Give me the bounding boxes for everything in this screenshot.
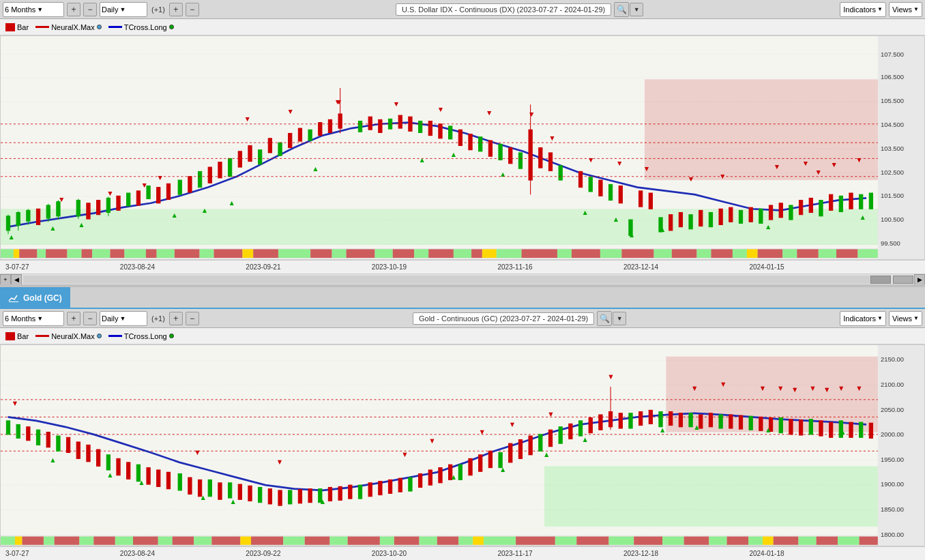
bottom-date-3: 2023-10-20 bbox=[372, 550, 407, 557]
top-date-5: 2023-12-14 bbox=[623, 263, 658, 271]
svg-rect-190 bbox=[557, 249, 572, 258]
top-indicators-btn[interactable]: Indicators ▼ bbox=[840, 2, 886, 17]
svg-rect-178 bbox=[310, 249, 332, 258]
bottom-interval-select[interactable]: Daily ▼ bbox=[100, 311, 147, 326]
svg-rect-48 bbox=[689, 215, 692, 229]
bottom-zoom-out-btn[interactable]: − bbox=[83, 312, 97, 325]
svg-rect-174 bbox=[214, 249, 243, 258]
svg-rect-360 bbox=[133, 537, 158, 545]
svg-rect-273 bbox=[349, 485, 352, 499]
svg-rect-373 bbox=[420, 537, 437, 545]
svg-rect-258 bbox=[127, 462, 130, 479]
bottom-zoom-in-btn[interactable]: + bbox=[67, 312, 80, 325]
svg-rect-64 bbox=[188, 177, 192, 192]
svg-text:▼: ▼ bbox=[616, 159, 623, 167]
svg-rect-259 bbox=[147, 468, 150, 484]
svg-rect-208 bbox=[878, 345, 924, 546]
svg-rect-291 bbox=[599, 415, 602, 430]
top-period-label: 6 Months bbox=[5, 5, 37, 14]
svg-text:▲: ▲ bbox=[860, 213, 866, 221]
svg-rect-99 bbox=[729, 207, 733, 222]
svg-rect-34 bbox=[278, 143, 282, 156]
svg-text:1900.00: 1900.00 bbox=[881, 480, 905, 488]
tab-gold-gc[interactable]: Gold (GC) bbox=[0, 287, 70, 309]
top-scroll-track[interactable] bbox=[23, 276, 891, 284]
svg-text:107.500: 107.500 bbox=[881, 50, 904, 58]
top-period-select[interactable]: 6 Months ▼ bbox=[3, 2, 64, 17]
svg-rect-252 bbox=[46, 432, 50, 447]
svg-rect-356 bbox=[55, 537, 80, 545]
svg-rect-240 bbox=[559, 427, 562, 443]
top-period-arrow[interactable]: ▼ bbox=[37, 6, 43, 13]
top-zoom-in-btn[interactable]: + bbox=[67, 3, 80, 16]
svg-rect-169 bbox=[124, 249, 145, 258]
bottom-views-btn[interactable]: Views ▼ bbox=[889, 311, 922, 326]
bottom-interval-arrow: ▼ bbox=[119, 315, 126, 322]
top-interval-select[interactable]: Daily ▼ bbox=[100, 2, 147, 17]
svg-text:▼: ▼ bbox=[393, 100, 400, 108]
bottom-search-btn[interactable]: 🔍 bbox=[597, 311, 612, 326]
svg-rect-89 bbox=[548, 153, 552, 171]
svg-text:▼: ▼ bbox=[802, 159, 809, 167]
svg-rect-295 bbox=[639, 412, 643, 426]
svg-rect-274 bbox=[368, 483, 372, 497]
svg-text:▼: ▼ bbox=[479, 428, 486, 436]
svg-rect-230 bbox=[208, 480, 211, 497]
svg-text:106.500: 106.500 bbox=[881, 73, 904, 80]
top-date-1: 2023-08-24 bbox=[120, 263, 155, 271]
svg-rect-387 bbox=[748, 537, 763, 545]
top-views-btn[interactable]: Views ▼ bbox=[889, 2, 922, 17]
svg-rect-32 bbox=[229, 158, 232, 176]
bottom-inc-minus-btn[interactable]: − bbox=[186, 312, 199, 325]
bottom-indicators-btn[interactable]: Indicators ▼ bbox=[840, 311, 886, 326]
top-scroll-thumb[interactable] bbox=[870, 276, 891, 284]
svg-rect-217 bbox=[544, 467, 878, 527]
top-inc-plus-btn[interactable]: + bbox=[169, 3, 183, 16]
svg-text:99.500: 99.500 bbox=[881, 239, 900, 247]
svg-text:2000.00: 2000.00 bbox=[881, 430, 905, 438]
top-scroll-add-btn[interactable]: + bbox=[0, 274, 11, 285]
svg-rect-256 bbox=[97, 450, 100, 466]
bottom-period-arrow[interactable]: ▼ bbox=[37, 315, 43, 322]
svg-text:▲: ▲ bbox=[312, 164, 319, 173]
top-search-icon: 🔍 bbox=[617, 5, 627, 14]
top-scroll-left-btn[interactable]: ◀ bbox=[11, 274, 22, 285]
svg-rect-362 bbox=[173, 537, 194, 545]
svg-text:▼: ▼ bbox=[720, 380, 726, 388]
top-zoom-out-btn[interactable]: − bbox=[83, 3, 97, 16]
top-scroll-right-btn[interactable]: ▶ bbox=[914, 274, 925, 285]
bottom-chart-area[interactable]: ▼ ▼ ▼ ▼ ▼ ▼ ▼ ▼ ▼ ▼ ▼ ▼ ▼ ▼ ▼ ▼ ▼ bbox=[0, 344, 925, 546]
top-date-4: 2023-11-16 bbox=[497, 263, 532, 271]
svg-rect-188 bbox=[497, 249, 522, 258]
top-inc-minus-btn[interactable]: − bbox=[186, 3, 199, 16]
svg-text:1850.00: 1850.00 bbox=[881, 505, 905, 513]
svg-rect-253 bbox=[66, 437, 70, 452]
svg-text:2150.00: 2150.00 bbox=[881, 355, 905, 363]
top-chart-area[interactable]: ▼ ▼ ▼ ▼ ▼ ▼ ▼ ▼ ▼ ▼ ▼ ▼ ▼ ▼ ▼ ▼ ▼ bbox=[0, 35, 925, 260]
svg-rect-266 bbox=[248, 486, 252, 501]
svg-text:▲: ▲ bbox=[78, 220, 85, 229]
bottom-period-select[interactable]: 6 Months ▼ bbox=[3, 311, 64, 326]
svg-rect-245 bbox=[719, 415, 722, 428]
svg-rect-81 bbox=[439, 124, 442, 138]
bottom-inc-plus-btn[interactable]: + bbox=[169, 312, 183, 325]
svg-rect-53 bbox=[819, 201, 823, 216]
svg-rect-82 bbox=[458, 130, 462, 145]
svg-rect-298 bbox=[679, 413, 682, 427]
svg-text:▼: ▼ bbox=[688, 175, 694, 183]
svg-rect-390 bbox=[798, 537, 816, 545]
svg-rect-227 bbox=[106, 455, 110, 470]
svg-rect-162 bbox=[19, 249, 37, 258]
svg-rect-369 bbox=[329, 537, 347, 545]
bottom-legend-neuralx: NeuralX.Max bbox=[35, 332, 102, 340]
svg-rect-71 bbox=[298, 128, 302, 141]
svg-rect-189 bbox=[522, 249, 557, 258]
svg-text:▼: ▼ bbox=[401, 450, 408, 458]
svg-text:100.500: 100.500 bbox=[881, 216, 904, 223]
top-search-dropdown-btn[interactable]: ▼ bbox=[630, 3, 643, 16]
top-date-3: 2023-10-19 bbox=[372, 263, 407, 271]
svg-rect-195 bbox=[672, 249, 697, 258]
bottom-search-dropdown-btn[interactable]: ▼ bbox=[613, 312, 626, 325]
svg-rect-160 bbox=[1, 249, 14, 258]
top-search-btn[interactable]: 🔍 bbox=[614, 2, 629, 17]
